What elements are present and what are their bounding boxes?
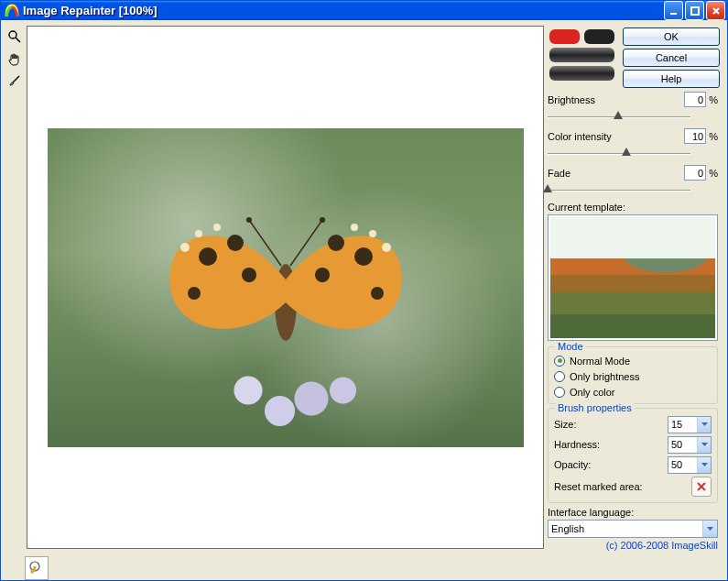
current-template-label: Current template: [548, 202, 723, 214]
tool-column [5, 24, 25, 551]
colorintensity-slider[interactable] [548, 145, 718, 161]
language-label: Interface language: [548, 507, 718, 518]
radio-icon [554, 371, 565, 382]
template-image [550, 217, 715, 338]
svg-rect-24 [549, 29, 580, 44]
svg-point-9 [354, 247, 373, 266]
svg-point-18 [369, 230, 376, 237]
minimize-button[interactable] [664, 1, 683, 20]
size-combo[interactable]: 15 [668, 416, 712, 433]
ok-button[interactable]: OK [623, 27, 720, 46]
opacity-label: Opacity: [554, 459, 591, 470]
mode-color-label: Only color [570, 387, 615, 398]
chevron-down-icon [697, 437, 711, 453]
svg-point-10 [328, 235, 344, 251]
navigator-button[interactable] [25, 556, 49, 580]
colorintensity-label: Color intensity [548, 131, 612, 142]
chevron-down-icon [702, 521, 717, 537]
svg-point-14 [180, 243, 190, 252]
help-button[interactable]: Help [623, 70, 720, 88]
svg-rect-25 [584, 29, 614, 44]
mode-legend: Mode [555, 341, 586, 352]
fade-suffix: % [709, 168, 718, 179]
chevron-down-icon [697, 457, 711, 473]
brightness-suffix: % [709, 94, 718, 105]
opacity-value: 50 [668, 459, 697, 470]
svg-point-12 [188, 287, 201, 300]
hardness-label: Hardness: [554, 439, 600, 450]
plugin-logo [548, 27, 617, 82]
svg-point-7 [227, 235, 244, 251]
svg-line-4 [13, 76, 19, 82]
svg-rect-0 [670, 13, 677, 15]
reset-label: Reset marked area: [554, 481, 643, 492]
brightness-value[interactable] [684, 92, 706, 107]
svg-rect-26 [549, 48, 614, 62]
window-title: Image Repainter [100%] [23, 4, 664, 17]
brush-tool[interactable] [5, 71, 24, 90]
svg-point-15 [195, 230, 202, 237]
titlebar: Image Repainter [100%] [1, 1, 727, 20]
svg-point-17 [382, 243, 391, 252]
app-icon [5, 4, 19, 18]
hardness-value: 50 [668, 439, 697, 450]
mode-normal-label: Normal Mode [570, 356, 630, 367]
mode-normal[interactable]: Normal Mode [554, 353, 712, 368]
mode-brightness[interactable]: Only brightness [554, 368, 712, 384]
reset-marked-button[interactable] [691, 477, 712, 497]
colorintensity-value[interactable] [684, 128, 706, 144]
svg-point-2 [9, 31, 16, 38]
cancel-button[interactable]: Cancel [623, 49, 720, 67]
svg-point-11 [315, 268, 330, 282]
brush-legend: Brush properties [555, 402, 635, 413]
svg-rect-27 [549, 66, 614, 81]
radio-icon [554, 387, 565, 398]
svg-point-22 [246, 217, 252, 223]
size-label: Size: [554, 419, 576, 430]
language-combo[interactable]: English [548, 520, 718, 538]
hardness-combo[interactable]: 50 [668, 436, 712, 454]
svg-point-13 [371, 287, 384, 300]
brightness-label: Brightness [548, 94, 595, 105]
radio-icon [554, 356, 565, 367]
maximize-button[interactable] [685, 1, 704, 20]
brush-group: Brush properties Size: 15 Hardness: 50 [548, 408, 718, 503]
language-value: English [549, 523, 702, 534]
svg-point-8 [242, 268, 256, 282]
canvas[interactable] [27, 26, 544, 549]
svg-point-19 [351, 224, 358, 231]
size-value: 15 [668, 419, 697, 430]
svg-point-6 [199, 247, 217, 266]
opacity-combo[interactable]: 50 [668, 456, 712, 474]
mode-group: Mode Normal Mode Only brightness Only co… [548, 346, 718, 404]
fade-label: Fade [548, 168, 570, 179]
svg-point-16 [213, 224, 221, 231]
copyright: (c) 2006-2008 ImageSkill [548, 538, 723, 551]
preview-image [48, 128, 524, 447]
template-preview[interactable] [548, 214, 718, 341]
close-button[interactable] [706, 1, 725, 20]
fade-value[interactable] [684, 165, 706, 181]
colorintensity-suffix: % [709, 131, 718, 142]
chevron-down-icon [697, 417, 711, 433]
svg-line-3 [16, 38, 20, 42]
right-panel: OK Cancel Help Brightness % [548, 24, 723, 551]
brightness-slider[interactable] [548, 108, 718, 125]
svg-point-23 [320, 217, 325, 223]
zoom-tool[interactable] [5, 27, 24, 46]
hand-tool[interactable] [5, 49, 24, 68]
fade-slider[interactable] [548, 181, 718, 198]
svg-rect-1 [691, 7, 699, 15]
mode-color[interactable]: Only color [554, 384, 712, 400]
mode-brightness-label: Only brightness [570, 371, 639, 382]
